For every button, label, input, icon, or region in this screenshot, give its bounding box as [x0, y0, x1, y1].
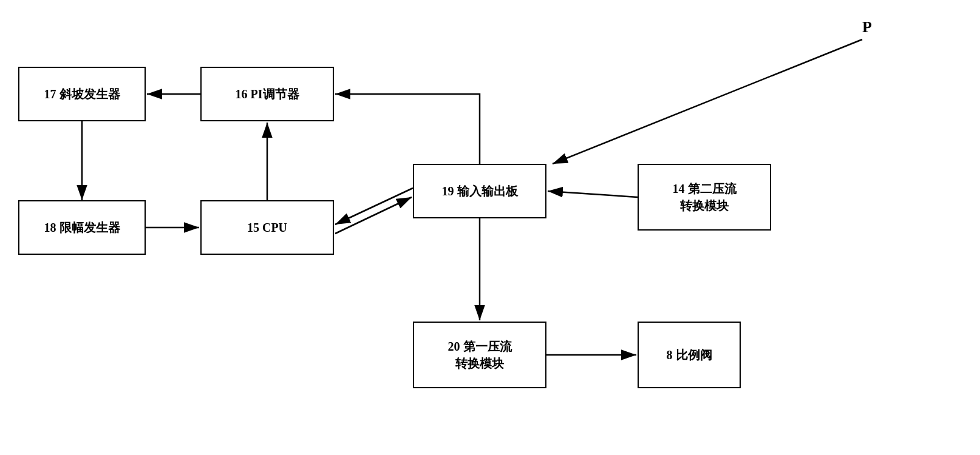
label-p: P [862, 18, 872, 36]
block-19: 19 输入输出板 [413, 164, 546, 218]
block-15: 15 CPU [200, 200, 334, 255]
block-16: 16 PI调节器 [200, 67, 334, 121]
diagram-container: P 17 斜坡发生器18 限幅发生器16 PI调节器15 CPU19 输入输出板… [0, 0, 980, 455]
block-18: 18 限幅发生器 [18, 200, 146, 255]
svg-line-7 [335, 197, 412, 234]
svg-line-6 [335, 188, 413, 224]
block-20: 20 第一压流 转换模块 [413, 322, 546, 388]
block-14: 14 第二压流 转换模块 [638, 164, 771, 231]
svg-line-2 [553, 39, 862, 164]
block-8: 8 比例阀 [638, 322, 741, 388]
block-17: 17 斜坡发生器 [18, 67, 146, 121]
svg-line-9 [548, 191, 638, 197]
